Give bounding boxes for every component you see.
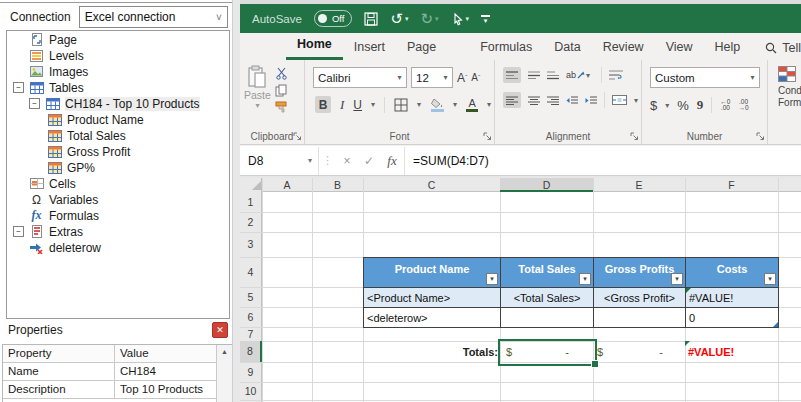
cell-E8[interactable]: $ - — [593, 341, 685, 362]
dropdown-icon[interactable]: ▾ — [255, 101, 259, 110]
tree-item-variables[interactable]: Ω Variables — [7, 192, 229, 207]
top-align-button[interactable] — [503, 67, 521, 83]
filter-dropdown-icon[interactable]: ▾ — [579, 273, 591, 285]
property-row-description[interactable]: Description Top 10 Products — [3, 381, 232, 399]
filter-dropdown-icon[interactable]: ▾ — [486, 273, 498, 285]
italic-button[interactable]: I — [340, 97, 344, 113]
redo-button[interactable]: ↻▾ — [420, 11, 438, 26]
property-row-name[interactable]: Name CH184 — [3, 363, 232, 381]
cell-F8[interactable]: #VALUE! — [685, 341, 778, 362]
wrap-text-button[interactable] — [609, 70, 623, 80]
customize-quick-access-toolbar-button[interactable]: ▾ — [481, 15, 490, 23]
row-header-5[interactable]: 5 — [240, 287, 261, 307]
tell-me-search[interactable]: Tell — [765, 36, 801, 60]
percent-style-button[interactable]: % — [677, 98, 689, 113]
tree-item-deleterow[interactable]: deleterow — [7, 240, 229, 255]
dropdown-icon[interactable]: ▾ — [417, 100, 421, 109]
font-size-dropdown[interactable]: 12 ▾ — [411, 67, 453, 88]
cell-E4[interactable]: Gross Profits ▾ — [593, 257, 686, 288]
table-resize-handle-icon[interactable] — [773, 322, 778, 327]
tab-view[interactable]: View — [655, 36, 704, 60]
column-header-e[interactable]: E — [593, 178, 685, 192]
column-header-b[interactable]: B — [312, 178, 363, 192]
name-box[interactable]: D8 ▾ — [240, 147, 319, 175]
row-header-8[interactable]: 8 — [240, 341, 262, 362]
tree-item-page[interactable]: Page — [7, 32, 229, 47]
filter-dropdown-icon[interactable]: ▾ — [671, 273, 683, 285]
fill-color-button[interactable] — [430, 98, 444, 112]
column-header-d[interactable]: D — [500, 178, 593, 192]
number-dialog-launcher-icon[interactable] — [756, 132, 765, 141]
tree-item-column-total-sales[interactable]: Total Sales — [7, 128, 229, 143]
tree-item-column-product-name[interactable]: Product Name — [7, 112, 229, 127]
scroll-up-icon[interactable]: ▲ — [217, 345, 232, 355]
autosave-toggle[interactable]: Off — [314, 10, 353, 27]
cell-F5[interactable]: #VALUE! — [685, 287, 779, 308]
column-header-a[interactable]: A — [262, 178, 312, 192]
formula-bar-handle[interactable]: ⋮ — [319, 154, 336, 167]
align-right-button[interactable] — [547, 96, 559, 105]
row-header-7[interactable]: 7 — [240, 327, 261, 341]
increase-indent-button[interactable] — [585, 96, 597, 105]
tree-item-ch184-table[interactable]: − CH184 - Top 10 Products — [7, 96, 229, 111]
tree-item-extras[interactable]: − Extras — [7, 224, 229, 239]
tree-item-formulas[interactable]: fx Formulas — [7, 208, 229, 223]
decrease-decimal-button[interactable]: .00→0 — [738, 99, 748, 111]
dropdown-icon[interactable]: ▾ — [665, 101, 669, 110]
cell-F6[interactable]: 0 — [685, 307, 779, 328]
align-left-button[interactable] — [503, 92, 521, 108]
cell-C5[interactable]: <Product Name> — [363, 287, 501, 308]
tab-insert[interactable]: Insert — [343, 36, 396, 60]
font-name-dropdown[interactable]: Calibri ▾ — [313, 67, 407, 88]
tree-item-images[interactable]: Images — [7, 64, 229, 79]
tree-item-levels[interactable]: Levels — [7, 48, 229, 63]
select-all-icon[interactable] — [252, 181, 261, 190]
dropdown-icon[interactable]: ▾ — [466, 11, 470, 26]
cell-D6[interactable] — [500, 307, 594, 328]
formula-input[interactable]: =SUM(D4:D7) — [413, 154, 489, 168]
column-header-c[interactable]: C — [363, 178, 500, 192]
close-icon[interactable]: ✕ — [212, 322, 228, 338]
tab-help[interactable]: Help — [704, 36, 752, 60]
borders-button[interactable] — [394, 98, 408, 112]
dropdown-icon[interactable]: ▾ — [405, 11, 409, 26]
touch-mouse-mode-button[interactable]: ▾ — [451, 11, 470, 26]
cell-C8[interactable]: Totals: — [363, 341, 498, 362]
tree-item-column-gross-profit[interactable]: Gross Profit — [7, 144, 229, 159]
undo-button[interactable]: ↺▾ — [390, 11, 408, 26]
dropdown-icon[interactable]: ▾ — [453, 100, 457, 109]
format-painter-button[interactable] — [275, 101, 288, 114]
tree-item-cells[interactable]: Cells — [7, 176, 229, 191]
tab-page-layout[interactable]: Page Layout — [396, 36, 469, 60]
cut-button[interactable] — [275, 67, 288, 80]
cell-E5[interactable]: <Gross Profit> — [593, 287, 686, 308]
cell-D4[interactable]: Total Sales ▾ — [500, 257, 594, 288]
number-format-dropdown[interactable]: Custom ▾ — [650, 67, 760, 88]
tree-item-column-gp-percent[interactable]: GP% — [7, 160, 229, 175]
dropdown-icon[interactable]: ▾ — [634, 96, 638, 105]
middle-align-button[interactable] — [528, 71, 540, 80]
shrink-font-button[interactable]: Aˇ — [471, 72, 480, 83]
font-dialog-launcher-icon[interactable] — [483, 132, 492, 141]
align-center-button[interactable] — [528, 96, 540, 105]
conditional-formatting-button[interactable]: Cond Form — [768, 60, 801, 109]
collapse-icon[interactable]: − — [13, 82, 24, 93]
underline-button[interactable]: U — [353, 98, 362, 112]
tree-item-tables[interactable]: − Tables — [7, 80, 229, 95]
fill-handle[interactable] — [591, 360, 599, 368]
insert-function-icon[interactable]: fx — [380, 153, 404, 169]
dropdown-icon[interactable]: ▾ — [487, 100, 491, 109]
tab-formulas[interactable]: Formulas — [469, 36, 543, 60]
row-header-3[interactable]: 3 — [240, 232, 261, 257]
grow-font-button[interactable]: Aˆ — [457, 71, 467, 85]
collapse-icon[interactable]: − — [13, 226, 24, 237]
bottom-align-button[interactable] — [547, 71, 559, 80]
cell-D5[interactable]: <Total Sales> — [500, 287, 594, 308]
dropdown-icon[interactable]: ▾ — [371, 100, 375, 109]
cell-F4[interactable]: Costs ▾ — [685, 257, 779, 288]
value-column-header[interactable]: Value — [115, 345, 232, 362]
merge-center-button[interactable] — [612, 95, 627, 105]
clipboard-dialog-launcher-icon[interactable] — [293, 132, 302, 141]
collapse-icon[interactable]: − — [29, 98, 40, 109]
alignment-dialog-launcher-icon[interactable] — [630, 132, 639, 141]
